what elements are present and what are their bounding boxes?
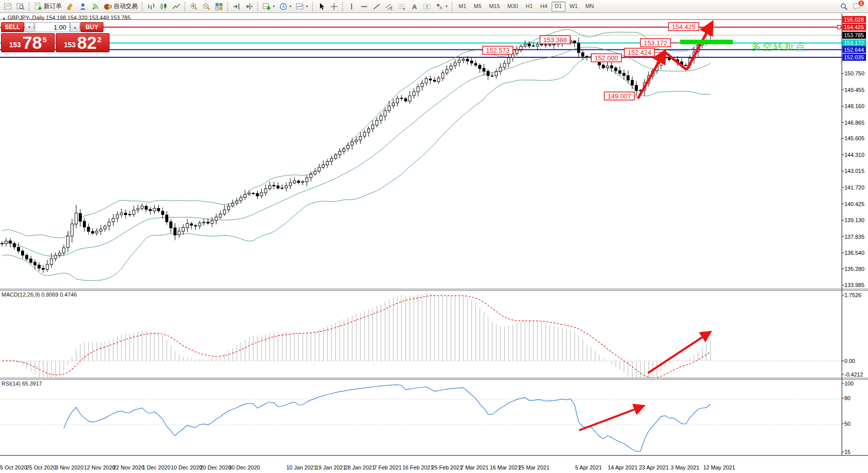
price-callout[interactable]: 154.425 (669, 23, 702, 31)
macd-label: MACD(12,26,9) 0.8069 0.4746 (2, 292, 77, 298)
volume-decrease-button[interactable]: ▼ (25, 22, 34, 32)
one-click-trading-panel: SELL ▼ ▲ BUY 153 78 5 153 82 2 (1, 22, 110, 52)
templates-button[interactable]: ▾ (294, 1, 310, 12)
volume-increase-button[interactable]: ▲ (70, 22, 80, 32)
timeframe-button-m5[interactable]: M5 (470, 2, 485, 12)
textlabel-button[interactable]: T (421, 1, 433, 12)
macd-tick-label: 0.00 (844, 358, 855, 364)
date-tick-label: 28 Jan 2021 (345, 464, 375, 470)
date-tick-label: 15 Oct 2020 (0, 464, 27, 470)
rsi-tick-label: 50 (844, 421, 850, 427)
price-callout[interactable]: 149.007 (604, 92, 637, 100)
price-line-tag[interactable]: 152.644 (842, 46, 866, 53)
trend-arrow-link[interactable] (665, 52, 687, 70)
timeframe-button-m15[interactable]: M15 (486, 2, 503, 12)
selection-handle[interactable] (837, 25, 841, 29)
svg-text:153.388: 153.388 (544, 36, 567, 44)
date-tick-label: 25 Mar 2021 (518, 464, 550, 470)
macd-trend-arrow[interactable] (648, 332, 710, 373)
new-chart-button[interactable] (2, 1, 14, 12)
buy-button[interactable]: BUY (80, 22, 103, 32)
channel-button[interactable]: E (383, 1, 395, 12)
volume-input[interactable] (35, 22, 70, 32)
timeframe-button-mn[interactable]: MN (582, 2, 597, 12)
auto-scroll-icon (233, 3, 241, 11)
macd-tick-label: 1.7526 (844, 292, 861, 298)
price-line-tag[interactable]: 153.172 (842, 39, 866, 46)
fibo-button[interactable]: F (396, 1, 408, 12)
svg-text:153.785: 153.785 (844, 32, 864, 38)
price-callout[interactable]: 153.388 (540, 36, 574, 44)
dropdown-caret-icon[interactable]: ▾ (306, 4, 308, 9)
crosshair-button[interactable] (328, 1, 340, 12)
annotation-text[interactable]: 多空转折点 (751, 41, 807, 52)
timeframe-button-m30[interactable]: M30 (504, 2, 521, 12)
price-line-tag[interactable]: 155.028 (842, 16, 866, 23)
autotrading-button[interactable]: 自动交易 (102, 1, 140, 12)
timeframe-button-m1[interactable]: M1 (455, 2, 470, 12)
tile-windows-button[interactable] (213, 1, 225, 12)
support-bar-annotation[interactable] (680, 40, 733, 44)
metaeditor-button[interactable] (64, 1, 76, 12)
auto-scroll-button[interactable] (231, 1, 243, 12)
trendline-button[interactable] (371, 1, 383, 12)
price-tick-label: 150.750 (844, 70, 864, 76)
text-button[interactable]: A (408, 1, 420, 12)
chart-profile-button[interactable] (15, 1, 27, 12)
price-tick-label: 141.720 (844, 184, 864, 191)
date-tick-label: 16 Feb 2021 (402, 464, 433, 470)
sell-price-box[interactable]: 153 78 5 (1, 33, 55, 52)
price-callout[interactable]: 153.172 (640, 39, 679, 47)
buy-price-box[interactable]: 153 82 2 (56, 33, 110, 52)
community-button[interactable] (77, 1, 89, 12)
date-tick-label: 5 Apr 2021 (575, 464, 602, 470)
rsi-tick-label: 15 (844, 449, 850, 455)
new-order-button[interactable]: 新订单 (32, 1, 64, 12)
search-icon[interactable] (840, 3, 848, 11)
timeframe-button-h4[interactable]: H4 (537, 2, 551, 12)
metaeditor-icon (66, 3, 74, 11)
chat-icon[interactable]: 1 (853, 3, 861, 11)
dropdown-caret-icon[interactable]: ▾ (273, 4, 275, 9)
templates-icon (296, 3, 304, 11)
price-line-tag[interactable]: 152.035 (842, 54, 866, 61)
timeframe-button-h1[interactable]: H1 (522, 2, 536, 12)
toolbar-separator (184, 2, 186, 11)
line-mode-button[interactable] (170, 1, 182, 12)
toolbar-separator (452, 2, 453, 11)
sell-button[interactable]: SELL (1, 22, 24, 32)
periods-button[interactable]: ▾ (277, 1, 293, 12)
indicators-button[interactable]: ▾ (261, 1, 277, 12)
timeframe-button-w1[interactable]: W1 (566, 2, 582, 12)
toolbar-separator (312, 2, 313, 11)
svg-text:154.425: 154.425 (672, 23, 696, 31)
timeframe-button-d1[interactable]: D1 (552, 2, 566, 12)
price-tick-label: 146.865 (844, 120, 864, 126)
zoom-out-button[interactable] (200, 1, 212, 12)
vline-button[interactable] (346, 1, 358, 12)
bars-mode-button[interactable] (145, 1, 157, 12)
chart-symbol-icon: ▲ (2, 16, 6, 21)
chart-canvas[interactable]: 150.750149.455148.160146.865145.605144.3… (0, 14, 868, 473)
rsi-trend-arrow[interactable] (579, 406, 643, 430)
candles-mode-button[interactable] (158, 1, 170, 12)
date-tick-label: 7 Mar 2021 (461, 464, 489, 470)
arrows-tool-button[interactable]: ▾ (433, 1, 450, 12)
dropdown-caret-icon[interactable]: ▾ (446, 4, 448, 9)
hline-button[interactable] (358, 1, 370, 12)
date-tick-label: 14 Apr 2021 (608, 464, 637, 470)
macd-plot (0, 293, 842, 386)
signals-button[interactable] (89, 1, 101, 12)
rsi-tick-label: 100 (844, 381, 853, 387)
chart-title: ▲GBPJPY-,Daily 154.198 154.320 153.449 1… (2, 15, 131, 21)
rsi-label: RSI(14) 65.3917 (2, 381, 42, 387)
zoom-in-button[interactable] (188, 1, 200, 12)
price-tick-label: 145.605 (844, 135, 864, 141)
chart-shift-button[interactable] (243, 1, 255, 12)
tile-windows-icon (215, 3, 223, 11)
dropdown-caret-icon[interactable]: ▾ (289, 4, 291, 9)
trend-arrow[interactable] (638, 52, 665, 99)
cursor-button[interactable] (315, 1, 328, 12)
date-tick-label: 1 Dec 2020 (142, 464, 170, 470)
price-line-tag[interactable]: 153.785 (842, 32, 866, 39)
